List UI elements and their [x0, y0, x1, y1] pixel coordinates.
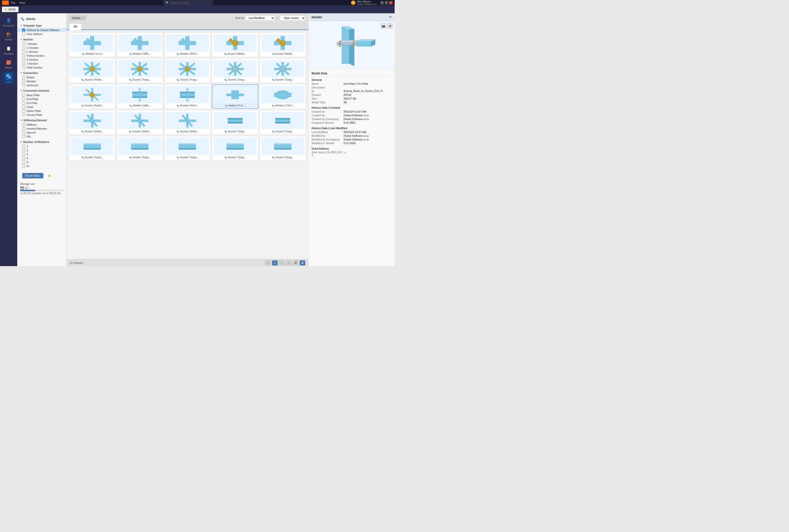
i-section-checkbox[interactable]	[22, 42, 25, 45]
filter-section-title-section[interactable]: ▼ Section	[17, 37, 66, 42]
restore-button[interactable]: □	[385, 1, 388, 4]
grid-item[interactable]: 🔩Gusset | Tongu...	[69, 136, 115, 160]
sort-select[interactable]: Last Modified	[245, 15, 275, 21]
filter-section-title-connection[interactable]: ▼ Connection	[17, 71, 66, 75]
filter-item-splice-plate[interactable]: Splice Plate	[17, 109, 66, 113]
grid-item[interactable]: 🔩Gusset | Tongu...	[117, 58, 163, 83]
filter-item-n6plus[interactable]: 6+	[17, 164, 66, 168]
grid-view-button[interactable]: ⊞	[299, 260, 305, 266]
filter-section-title-stiffening-element[interactable]: ▼ Stiffening Element	[17, 118, 66, 123]
grid-item[interactable]: 🔩Gusset | Welde...	[260, 33, 306, 57]
filter-item-user-defined[interactable]: User-defined	[17, 32, 66, 36]
filter-section-title-template-type[interactable]: ▼ Template Type	[17, 23, 66, 28]
grid-item[interactable]: 🔩Welded | Stiffe...	[117, 33, 163, 57]
bolted-checkbox[interactable]	[22, 76, 25, 79]
n3-checkbox[interactable]	[22, 153, 25, 156]
file-menu[interactable]: File	[11, 1, 15, 4]
grid-item[interactable]: 🔩Welded | Stiffe...	[117, 84, 163, 109]
hollow-section-checkbox[interactable]	[22, 54, 25, 57]
filter-item-t-section[interactable]: T-Section	[17, 62, 66, 65]
filter-section-title-connection-element[interactable]: ▼ Connection Element	[17, 88, 66, 93]
next-page-button[interactable]: ›	[286, 260, 292, 266]
grid-item[interactable]: 🔩Welded | CHS t...	[260, 84, 306, 109]
details-close-icon[interactable]: ✕	[389, 15, 392, 19]
joints-tab[interactable]: Joints	[2, 7, 18, 12]
grid-item[interactable]: 🔩Welded | RHS t...	[164, 33, 210, 57]
stiffener-checkbox[interactable]	[22, 123, 25, 126]
filter-item-bolted[interactable]: Bolted	[17, 75, 66, 79]
grid-item[interactable]: 🔩Gusset | Tongu...	[164, 58, 210, 83]
minimize-button[interactable]: ─	[380, 1, 384, 4]
grid-item[interactable]: 🔩Gusset | Tongu...	[164, 136, 210, 160]
grid-item[interactable]: 🔩Gusset | Bolted...	[69, 84, 115, 109]
grid-item[interactable]: 🔩Gusset | Welde...	[117, 110, 163, 135]
bookmark-icon[interactable]: ★	[48, 173, 51, 178]
splice-plate-checkbox[interactable]	[22, 109, 25, 112]
filter-item-end-plate[interactable]: End Plate	[17, 97, 66, 101]
n4-checkbox[interactable]	[22, 157, 25, 160]
tab-all[interactable]: All	[70, 24, 81, 30]
grid-item[interactable]: 🔩Gusset | Tongu...	[260, 110, 306, 135]
grid-item[interactable]: 🔩Welded | H to ...	[212, 84, 258, 109]
sidebar-item-joints[interactable]: 🔩 Joints	[2, 72, 16, 84]
haunch-checkbox[interactable]	[22, 131, 25, 134]
filter-item-inserted-member[interactable]: Inserted Member	[17, 127, 66, 131]
view-menu[interactable]: View	[19, 1, 25, 4]
z-section-checkbox[interactable]	[22, 58, 25, 61]
sidebar-item-my-account[interactable]: 👤 My Account	[2, 15, 16, 28]
grid-item[interactable]: 🔩Gusset | Welde...	[212, 33, 258, 57]
defined-by-dlubal-checkbox[interactable]	[22, 28, 25, 32]
open-recent-select[interactable]: Open recent	[280, 15, 305, 21]
search-bar[interactable]: 🔍	[164, 0, 213, 5]
filter-item-base-plate[interactable]: Base Plate	[17, 93, 66, 97]
n2-checkbox[interactable]	[22, 149, 25, 152]
u-section-checkbox[interactable]	[22, 46, 25, 49]
welded-checkbox[interactable]	[22, 80, 25, 83]
grid-item[interactable]: 🔩Gusset | Welde...	[164, 110, 210, 135]
close-button[interactable]: ✕	[389, 1, 393, 4]
filter-item-i-section[interactable]: I-Section	[17, 42, 66, 46]
filter-item-n5[interactable]: 5	[17, 160, 66, 164]
grid-item[interactable]: 🔩Gusset | Welde...	[69, 58, 115, 83]
preview-expand-button[interactable]: ⊞	[387, 23, 393, 28]
filter-section-title-number-of-members[interactable]: ▼ Number of Members	[17, 139, 66, 145]
rib-checkbox[interactable]	[22, 135, 25, 138]
page-1-button[interactable]: 1	[272, 260, 278, 266]
filter-item-fin-plate[interactable]: Fin Plate	[17, 101, 66, 105]
n1-checkbox[interactable]	[22, 145, 25, 148]
details-button[interactable]: Details ✕	[70, 16, 86, 20]
filter-item-cleat[interactable]: Cleat	[17, 105, 66, 109]
gusset-plate-checkbox[interactable]	[22, 113, 25, 116]
grid-item[interactable]: 🔩Gusset | Welde...	[69, 110, 115, 135]
filter-item-hollow-section[interactable]: Hollow Section	[17, 54, 66, 58]
l-section-checkbox[interactable]	[22, 50, 25, 53]
grid-item[interactable]: 🔩Gusset | Tongu...	[212, 110, 258, 135]
filter-item-stiffener[interactable]: Stiffener	[17, 123, 66, 127]
filter-item-rib[interactable]: Rib	[17, 135, 66, 138]
solid-section-checkbox[interactable]	[22, 66, 25, 69]
list-view-button[interactable]: ☰	[293, 260, 299, 266]
search-input[interactable]	[170, 1, 209, 4]
filter-item-n4[interactable]: 4	[17, 156, 66, 160]
cleat-checkbox[interactable]	[22, 106, 25, 109]
n6plus-checkbox[interactable]	[22, 165, 25, 168]
filter-item-haunch[interactable]: Haunch	[17, 131, 66, 135]
anchored-checkbox[interactable]	[22, 84, 25, 87]
filter-item-z-section[interactable]: Z-Section	[17, 58, 66, 62]
grid-item[interactable]: 🔩Gusset | Tongu...	[260, 58, 306, 83]
filter-item-u-section[interactable]: U-Section	[17, 46, 66, 50]
filter-item-l-section[interactable]: L-Section	[17, 50, 66, 54]
inserted-member-checkbox[interactable]	[22, 127, 25, 130]
filter-item-n2[interactable]: 2	[17, 148, 66, 152]
grid-item[interactable]: 🔩Welded | RHS t...	[164, 84, 210, 109]
filter-item-defined-by-dlubal[interactable]: Defined by Dlubal Software	[17, 28, 66, 32]
sidebar-item-models[interactable]: 🏗️ Models	[2, 29, 16, 42]
grid-item[interactable]: 🔩Gusset | Tongu...	[260, 136, 306, 160]
grid-item[interactable]: 🔩Welded | U to U	[69, 33, 115, 57]
preview-screenshot-button[interactable]: 📷	[381, 23, 386, 28]
filter-item-solid-section[interactable]: Solid Section	[17, 65, 66, 70]
base-plate-checkbox[interactable]	[22, 94, 25, 97]
grid-item[interactable]: 🔩Gusset | Tongu...	[212, 58, 258, 83]
sort-direction-icon[interactable]: ↓	[276, 16, 278, 20]
grid-item[interactable]: 🔩Gusset | Tongu...	[212, 136, 258, 160]
